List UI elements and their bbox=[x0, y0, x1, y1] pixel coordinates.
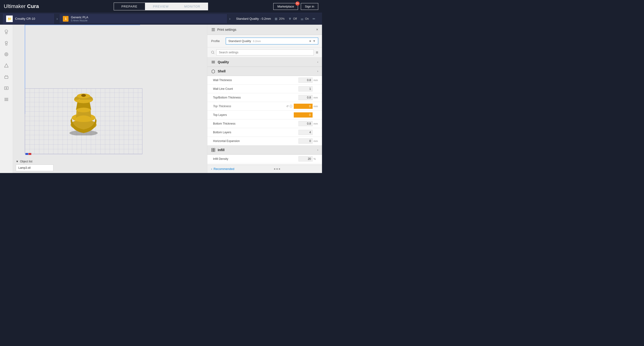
svg-rect-7 bbox=[5, 76, 8, 78]
profile-select[interactable]: Standard Quality 0.2mm ★ ▼ bbox=[226, 38, 318, 44]
top-thickness-value[interactable]: 0 bbox=[294, 104, 312, 109]
material-name: Generic PLA bbox=[71, 15, 88, 19]
wall-thickness-value[interactable]: 0.8 bbox=[298, 78, 312, 83]
svg-rect-28 bbox=[212, 61, 215, 61]
settings-icon bbox=[211, 27, 215, 32]
svg-marker-6 bbox=[4, 64, 8, 67]
recommended-label: Recommended bbox=[214, 167, 234, 171]
wall-line-count-row: Wall Line Count 1 bbox=[207, 85, 322, 93]
infill-chevron-icon: › bbox=[317, 148, 318, 152]
marketplace-button[interactable]: Marketplace 9+ bbox=[273, 3, 298, 10]
viewport[interactable]: ▼ Object list Lamp3.stl bbox=[13, 25, 207, 173]
panel-bottom: ‹ Recommended bbox=[207, 165, 322, 173]
printer-name: Creality CR-10 bbox=[15, 17, 35, 20]
infill-density-label: Infill Density bbox=[213, 157, 298, 161]
infill-density-value[interactable]: 20 bbox=[298, 156, 312, 162]
edit-settings-button[interactable]: ✏ bbox=[312, 17, 316, 21]
profile-label: Profile bbox=[211, 39, 223, 43]
svg-point-0 bbox=[5, 30, 8, 32]
search-input[interactable] bbox=[216, 49, 314, 55]
svg-rect-3 bbox=[6, 43, 7, 45]
wall-thickness-row: Wall Thickness 0.8 mm bbox=[207, 76, 322, 85]
wall-line-count-label: Wall Line Count bbox=[213, 87, 298, 91]
quality-section-label: Quality bbox=[218, 60, 315, 64]
sidebar-tool-1[interactable] bbox=[2, 27, 11, 36]
infill-section-header[interactable]: Infill › bbox=[207, 146, 322, 155]
horizontal-expansion-unit: mm bbox=[314, 140, 318, 143]
svg-rect-23 bbox=[212, 28, 215, 29]
top-bottom-thickness-value[interactable]: 0.8 bbox=[298, 95, 312, 100]
top-thickness-label: Top Thickness bbox=[213, 105, 286, 108]
search-icon bbox=[211, 51, 214, 54]
bottom-layers-label: Bottom Layers bbox=[213, 131, 298, 134]
origin-marker-red bbox=[28, 153, 31, 155]
svg-point-26 bbox=[211, 51, 214, 53]
material-selector[interactable]: 1 Generic PLA 0.4mm Nozzle bbox=[60, 14, 227, 23]
recommended-chevron-icon: ‹ bbox=[211, 167, 212, 171]
shell-section-header[interactable]: Shell › bbox=[207, 67, 322, 76]
top-thickness-row: Top Thickness ↺ ⓘ 0 mm bbox=[207, 102, 322, 111]
object-file-item[interactable]: Lamp3.stl bbox=[16, 165, 54, 171]
support-icon: ⛛ bbox=[288, 17, 292, 21]
panel-close-button[interactable]: × bbox=[316, 27, 318, 32]
profile-row: Profile Standard Quality 0.2mm ★ ▼ bbox=[207, 35, 322, 47]
shell-icon bbox=[211, 69, 215, 73]
top-layers-row: Top Layers 0 bbox=[207, 111, 322, 119]
sidebar-tool-6[interactable] bbox=[2, 83, 11, 93]
tab-monitor[interactable]: MONITOR bbox=[176, 2, 208, 10]
top-thickness-info-button[interactable]: ⓘ bbox=[290, 104, 292, 108]
sidebar-tool-4[interactable] bbox=[2, 61, 11, 70]
bottom-thickness-unit: mm bbox=[314, 122, 318, 125]
printer-selector[interactable]: 📁 Creality CR-10 bbox=[3, 14, 54, 24]
quality-chevron-icon: ‹ bbox=[317, 60, 318, 64]
svg-point-4 bbox=[5, 53, 8, 56]
main-area: ▼ Object list Lamp3.stl Print settings ×… bbox=[0, 25, 322, 173]
printer-icon: 📁 bbox=[6, 15, 13, 22]
material-nozzle: 0.4mm Nozzle bbox=[71, 19, 88, 22]
profile-chevron-icon[interactable]: ▼ bbox=[312, 39, 316, 43]
svg-rect-1 bbox=[6, 32, 7, 34]
adhesion-icon: ⚌ bbox=[300, 17, 304, 21]
top-thickness-unit: mm bbox=[314, 105, 318, 108]
profile-star-icon[interactable]: ★ bbox=[309, 39, 312, 43]
toolbar: 📁 Creality CR-10 › 1 Generic PLA 0.4mm N… bbox=[0, 13, 322, 25]
settings-menu-button[interactable]: ≡ bbox=[316, 50, 318, 55]
wall-thickness-label: Wall Thickness bbox=[213, 78, 298, 82]
quality-section-header[interactable]: Quality ‹ bbox=[207, 58, 322, 67]
wall-line-count-value[interactable]: 1 bbox=[298, 86, 312, 91]
bottom-thickness-label: Bottom Thickness bbox=[213, 122, 298, 125]
recommended-button[interactable]: ‹ Recommended bbox=[211, 167, 234, 171]
svg-point-2 bbox=[5, 41, 8, 43]
sidebar-tool-3[interactable] bbox=[2, 50, 11, 59]
svg-rect-33 bbox=[212, 150, 213, 152]
tab-preview[interactable]: PREVIEW bbox=[145, 2, 176, 10]
profile-name: Standard Quality bbox=[228, 39, 251, 43]
top-layers-value[interactable]: 0 bbox=[294, 112, 312, 118]
material-expand-button[interactable]: › bbox=[228, 17, 232, 21]
sidebar-tool-7[interactable] bbox=[2, 95, 11, 104]
quality-bar: Standard Quality - 0.2mm ⊠ 20% ⛛ Off ⚌ O… bbox=[232, 13, 319, 25]
bottom-thickness-value[interactable]: 0.8 bbox=[298, 121, 312, 126]
svg-line-27 bbox=[214, 53, 214, 54]
object-list-header[interactable]: ▼ Object list bbox=[16, 160, 204, 163]
svg-rect-29 bbox=[212, 62, 215, 62]
panel-title-text: Print settings bbox=[217, 28, 236, 31]
signin-button[interactable]: Sign in bbox=[301, 3, 318, 10]
bottom-layers-value[interactable]: 4 bbox=[298, 130, 312, 135]
profile-sub: 0.2mm bbox=[253, 40, 261, 42]
printer-expand-button[interactable]: › bbox=[54, 17, 60, 21]
sidebar-tool-5[interactable] bbox=[2, 72, 11, 82]
svg-rect-32 bbox=[214, 148, 215, 150]
tab-prepare[interactable]: PREPARE bbox=[114, 2, 145, 10]
top-thickness-reset-button[interactable]: ↺ bbox=[286, 104, 288, 108]
wall-thickness-unit: mm bbox=[314, 79, 318, 82]
infill-section-label: Infill bbox=[218, 148, 315, 152]
sidebar-tool-2[interactable] bbox=[2, 38, 11, 48]
object-list-panel: ▼ Object list Lamp3.stl bbox=[13, 158, 207, 173]
shell-chevron-icon: › bbox=[317, 70, 318, 73]
svg-point-5 bbox=[6, 54, 7, 55]
settings-list: Quality ‹ Shell › Wall Thickness 0.8 mm … bbox=[207, 58, 322, 165]
print-settings-panel: Print settings × Profile Standard Qualit… bbox=[207, 25, 322, 173]
horizontal-expansion-value[interactable]: 0 bbox=[298, 139, 312, 144]
shell-section-label: Shell bbox=[218, 69, 315, 73]
